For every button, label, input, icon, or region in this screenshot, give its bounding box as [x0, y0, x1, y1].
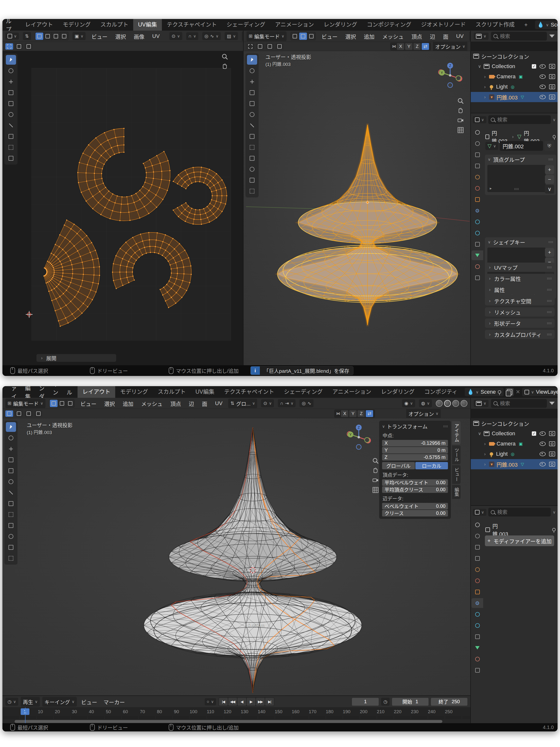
unlink-scene-icon[interactable]: ✕: [516, 389, 520, 395]
scrollbar-thumb[interactable]: [15, 720, 442, 723]
drag-grip-icon[interactable]: [548, 158, 553, 160]
uv-select-island[interactable]: [60, 32, 68, 40]
median-x-field[interactable]: X-0.12956 m: [382, 440, 448, 446]
crease-field[interactable]: クリース0.00: [382, 510, 448, 516]
pin-icon[interactable]: [498, 390, 501, 394]
panel-属性[interactable]: ›属性: [485, 285, 555, 294]
sidebar-tab-ビュー[interactable]: ビュー: [452, 465, 460, 484]
timeline-view-menu[interactable]: ビュー: [79, 697, 99, 706]
outliner-collection[interactable]: ∨Collection✓: [471, 429, 558, 439]
workspace-tab-テクスチャペイント[interactable]: テクスチャペイント: [219, 386, 279, 398]
tool-button-3[interactable]: [247, 88, 257, 98]
collection-checkbox[interactable]: ✓: [532, 64, 536, 69]
outliner-search[interactable]: [491, 32, 547, 41]
uv-select-face[interactable]: [52, 32, 60, 40]
copy-toggle-3[interactable]: [266, 43, 274, 50]
workspace-tab-スカルプト[interactable]: スカルプト: [96, 19, 133, 31]
remove-vertex-group-button[interactable]: −: [545, 175, 554, 184]
workspace-tab-コンポジティング[interactable]: コンポジティング: [362, 19, 416, 31]
tool-button-8[interactable]: [6, 510, 16, 519]
copy-toggle-4[interactable]: [34, 410, 42, 417]
workspace-tab-レンダリング[interactable]: レンダリング: [376, 386, 420, 398]
viewlayer-selector[interactable]: ∨ ViewLayer: [522, 388, 558, 396]
properties-search[interactable]: [488, 508, 551, 516]
proportional-editing-button[interactable]: ◎∿: [299, 399, 314, 407]
tool-button-5[interactable]: [6, 110, 16, 120]
uv-select-edge[interactable]: [44, 32, 52, 40]
camera-icon[interactable]: [457, 117, 464, 124]
play-button[interactable]: ▶: [247, 698, 256, 706]
menu-face[interactable]: 面: [200, 399, 209, 408]
add-shape-key-button[interactable]: +: [545, 248, 554, 257]
properties-tab-9[interactable]: [472, 228, 483, 238]
expand-icon[interactable]: ›: [483, 452, 487, 457]
grid-icon[interactable]: [457, 126, 464, 134]
properties-options-icon[interactable]: ∨: [553, 510, 556, 515]
workspace-tab-スクリプト作成[interactable]: スクリプト作成: [471, 19, 519, 31]
menu-add[interactable]: 追加: [362, 32, 376, 41]
workspace-tab-テクスチャペイント[interactable]: テクスチャペイント: [162, 19, 222, 31]
mean-vertex-crease-field[interactable]: 平均頂点クリース0.00: [382, 486, 448, 493]
properties-tab-2[interactable]: [472, 150, 483, 159]
snap-button[interactable]: ∩∨: [186, 32, 198, 40]
sidebar-tab-アイテム[interactable]: アイテム: [452, 421, 460, 444]
expand-icon[interactable]: ∨: [478, 431, 481, 436]
outliner-camera[interactable]: ›Camera▣: [471, 439, 558, 449]
menu-mesh[interactable]: メッシュ: [139, 399, 164, 408]
tool-button-5[interactable]: [6, 477, 16, 487]
start-frame-field[interactable]: 開始1: [392, 698, 428, 706]
datablock-name-input[interactable]: [500, 143, 543, 149]
properties-tab-3[interactable]: [472, 161, 483, 171]
workspace-tab-モデリング[interactable]: モデリング: [58, 19, 96, 31]
bevel-weight-field[interactable]: ベベルウェイト0.00: [382, 503, 448, 510]
outliner-scene-collection[interactable]: シーンコレクション: [471, 418, 558, 429]
menu-select[interactable]: 選択: [343, 32, 358, 41]
disable-render-icon[interactable]: [549, 431, 555, 436]
end-frame-field[interactable]: 終了250: [431, 698, 468, 706]
workspace-tab-シェーディング[interactable]: シェーディング: [222, 19, 270, 31]
outliner-editor-type-button[interactable]: ∨: [474, 400, 488, 407]
shading-solid-icon[interactable]: [444, 400, 451, 407]
viewport-3d[interactable]: ユーザー・透視投影 (1) 円錐.003 XYZ ∨トランスフォーム 中点: X…: [2, 418, 470, 695]
panel-カスタムプロパティ[interactable]: ›カスタムプロパティ: [485, 330, 555, 339]
disable-render-icon[interactable]: [549, 64, 555, 69]
vertex-group-specials-button[interactable]: ∨: [545, 185, 554, 194]
next-keyframe-button[interactable]: ▶▶: [256, 698, 265, 706]
navigation-gizmo[interactable]: XYZ: [342, 420, 376, 454]
workspace-tab-スカルプト[interactable]: スカルプト: [153, 386, 191, 398]
workspace-tab-レイアウト[interactable]: レイアウト: [20, 19, 58, 31]
select-mode-edge[interactable]: [299, 32, 307, 40]
copy-toggle-3[interactable]: [25, 410, 32, 417]
tool-button-9[interactable]: [247, 153, 257, 163]
select-mode-face[interactable]: [308, 32, 315, 40]
outliner-light[interactable]: ›Light◎: [471, 82, 558, 92]
timeline-ruler[interactable]: 1 10203040506070809010011012013014015016…: [2, 707, 470, 716]
disable-render-icon[interactable]: [549, 95, 555, 100]
global-button[interactable]: グローバル: [382, 462, 415, 469]
workspace-tab-シェーディング[interactable]: シェーディング: [279, 386, 327, 398]
uv-select-vertex[interactable]: [35, 32, 43, 40]
expand-icon[interactable]: ›: [483, 95, 487, 100]
tool-button-2[interactable]: [6, 444, 16, 454]
zoom-icon[interactable]: [372, 457, 379, 464]
properties-tab-5[interactable]: [472, 576, 483, 586]
drag-grip-icon[interactable]: [548, 241, 553, 243]
visibility-button[interactable]: ◉∨: [402, 399, 415, 407]
menu-view[interactable]: ビュー: [79, 399, 99, 408]
current-frame-field[interactable]: 1: [352, 698, 379, 706]
shading-rendered-icon[interactable]: [460, 400, 468, 407]
outliner-search-input[interactable]: [500, 400, 544, 407]
menu-view[interactable]: ビュー: [89, 32, 109, 41]
disable-render-icon[interactable]: [549, 452, 555, 457]
properties-tab-1[interactable]: [472, 138, 483, 148]
tool-button-8[interactable]: [247, 143, 257, 152]
properties-tab-11[interactable]: [472, 251, 483, 260]
add-vertex-group-button[interactable]: +: [545, 165, 554, 174]
hide-eye-icon[interactable]: [540, 462, 546, 466]
workspace-tab-+[interactable]: +: [519, 20, 532, 31]
properties-tab-5[interactable]: [472, 183, 483, 193]
mirror-y-button[interactable]: Y: [349, 410, 356, 417]
properties-tab-8[interactable]: [472, 217, 483, 227]
gizmo-axis-Y[interactable]: Y: [349, 433, 352, 436]
menu-select[interactable]: 選択: [102, 399, 117, 408]
